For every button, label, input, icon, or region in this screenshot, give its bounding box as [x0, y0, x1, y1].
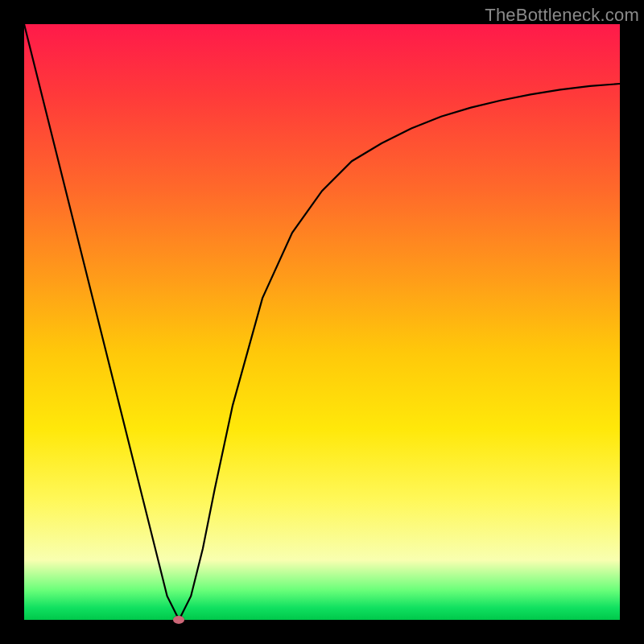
- plot-area: [24, 24, 620, 620]
- watermark-text: TheBottleneck.com: [485, 5, 639, 26]
- chart-container: TheBottleneck.com: [0, 0, 644, 644]
- minimum-marker: [173, 616, 184, 624]
